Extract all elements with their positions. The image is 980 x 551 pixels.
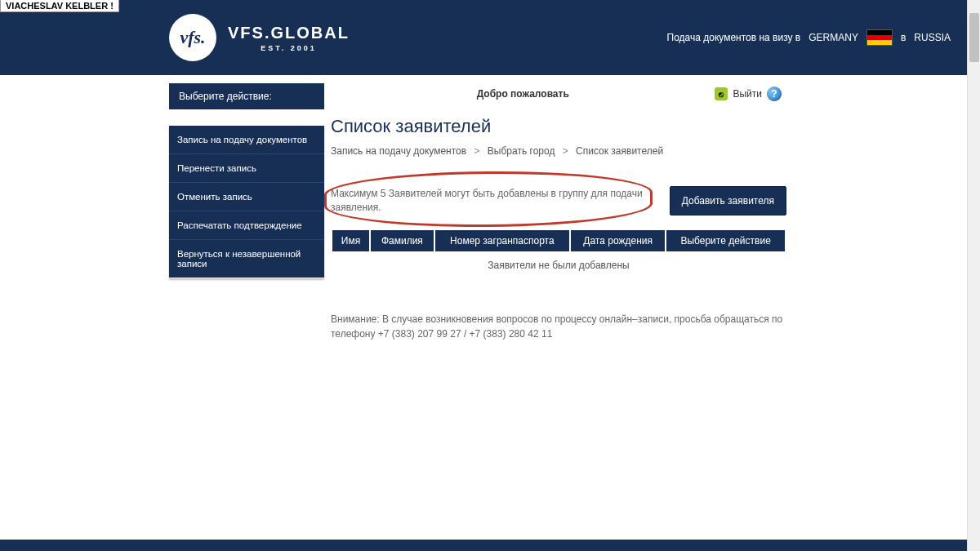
tagline-suffix: в <box>901 32 906 43</box>
breadcrumb-step-1[interactable]: Запись на подачу документов <box>331 145 466 157</box>
breadcrumb-sep: > <box>474 145 479 157</box>
sidebar-item-cancel[interactable]: Отменить запись <box>169 183 324 211</box>
src-country: RUSSIA <box>914 32 951 43</box>
footer-bar <box>0 540 967 551</box>
logo-icon: vfs. <box>169 14 216 61</box>
applicants-table: Имя Фамилия Номер загранпаспорта Дата ро… <box>331 229 786 279</box>
sidebar-item-print[interactable]: Распечатать подтверждение <box>169 211 324 240</box>
breadcrumb: Запись на подачу документов > Выбрать го… <box>331 145 786 170</box>
site-header: vfs. VFS.GLOBAL EST. 2001 Подача докумен… <box>0 0 967 75</box>
th-first-name: Имя <box>332 230 369 251</box>
brand-est: EST. 2001 <box>228 44 350 52</box>
page-title: Список заявителей <box>331 109 786 145</box>
welcome-text: Добро пожаловать <box>331 88 715 100</box>
logout-icon[interactable]: ⎋ <box>715 87 728 100</box>
main-content: Добро пожаловать ⎋ Выйти ? Список заявит… <box>331 83 793 341</box>
sidebar-item-resume[interactable]: Вернуться к незавершенной записи <box>169 240 324 278</box>
logout-link[interactable]: Выйти <box>733 88 762 100</box>
table-empty-row: Заявители не были добавлены <box>332 253 785 278</box>
breadcrumb-sep: > <box>563 145 568 157</box>
notice-row: Максимум 5 Заявителей могут быть добавле… <box>331 186 786 216</box>
browser-tab-title: VIACHESLAV KELBLER ! <box>0 0 119 12</box>
breadcrumb-step-3: Список заявителей <box>576 145 663 157</box>
scrollbar-thumb[interactable] <box>969 13 979 62</box>
attention-text: Внимание: В случае возникновения вопросо… <box>331 312 786 341</box>
logo-script: vfs. <box>180 27 205 48</box>
tagline-prefix: Подача документов на визу в <box>667 32 801 43</box>
germany-flag-icon <box>866 29 893 46</box>
vertical-scrollbar[interactable] <box>967 0 980 551</box>
dest-country: GERMANY <box>808 32 858 43</box>
topbar: Добро пожаловать ⎋ Выйти ? <box>331 83 786 109</box>
th-dob: Дата рождения <box>571 230 665 251</box>
max-applicants-notice: Максимум 5 Заявителей могут быть добавле… <box>331 187 660 215</box>
breadcrumb-step-2[interactable]: Выбрать город <box>488 145 555 157</box>
add-applicant-button[interactable]: Добавить заявителя <box>670 186 786 216</box>
th-passport: Номер загранпаспорта <box>435 230 569 251</box>
help-icon[interactable]: ? <box>767 87 782 101</box>
th-action: Выберите действие <box>666 230 785 251</box>
logo-text: VFS.GLOBAL EST. 2001 <box>228 24 350 52</box>
sidebar: Выберите действие: Запись на подачу доку… <box>169 83 324 341</box>
th-last-name: Фамилия <box>371 230 434 251</box>
sidebar-item-schedule[interactable]: Запись на подачу документов <box>169 126 324 154</box>
sidebar-header: Выберите действие: <box>169 83 324 109</box>
sidebar-item-reschedule[interactable]: Перенести запись <box>169 154 324 183</box>
header-tagline: Подача документов на визу в GERMANY в RU… <box>667 29 951 46</box>
brand-name: VFS.GLOBAL <box>228 24 350 42</box>
logo[interactable]: vfs. VFS.GLOBAL EST. 2001 <box>169 14 350 61</box>
